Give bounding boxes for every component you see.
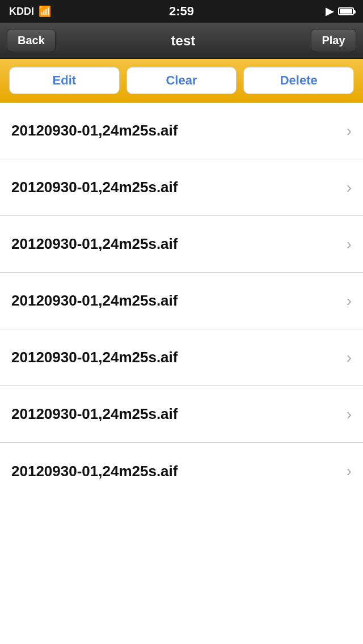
- chevron-right-icon: ›: [347, 235, 352, 253]
- toolbar: Edit Clear Delete: [0, 59, 363, 103]
- chevron-right-icon: ›: [347, 349, 352, 367]
- file-name-label: 20120930-01,24m25s.aif: [11, 122, 178, 139]
- list-item[interactable]: 20120930-01,24m25s.aif›: [0, 273, 363, 329]
- list-item[interactable]: 20120930-01,24m25s.aif›: [0, 386, 363, 443]
- status-bar: KDDI 📶 2:59 ▶: [0, 0, 363, 23]
- file-name-label: 20120930-01,24m25s.aif: [11, 292, 178, 310]
- status-left: KDDI 📶: [9, 5, 51, 18]
- edit-button[interactable]: Edit: [9, 67, 120, 94]
- file-name-label: 20120930-01,24m25s.aif: [11, 179, 178, 196]
- file-list: 20120930-01,24m25s.aif›20120930-01,24m25…: [0, 103, 363, 499]
- chevron-right-icon: ›: [347, 292, 352, 310]
- file-name-label: 20120930-01,24m25s.aif: [11, 463, 178, 480]
- nav-bar: Back test Play: [0, 23, 363, 59]
- wifi-icon: 📶: [39, 5, 51, 18]
- delete-button[interactable]: Delete: [243, 67, 354, 94]
- battery-icon: [338, 7, 354, 15]
- chevron-right-icon: ›: [347, 179, 352, 197]
- nav-title: test: [171, 33, 196, 49]
- status-right: ▶: [326, 5, 354, 18]
- play-button[interactable]: Play: [311, 29, 356, 52]
- list-item[interactable]: 20120930-01,24m25s.aif›: [0, 216, 363, 273]
- back-button[interactable]: Back: [7, 29, 56, 52]
- list-item[interactable]: 20120930-01,24m25s.aif›: [0, 329, 363, 386]
- file-name-label: 20120930-01,24m25s.aif: [11, 405, 178, 423]
- location-icon: ▶: [326, 5, 334, 18]
- chevron-right-icon: ›: [347, 122, 352, 140]
- file-name-label: 20120930-01,24m25s.aif: [11, 349, 178, 366]
- clear-button[interactable]: Clear: [126, 67, 237, 94]
- chevron-right-icon: ›: [347, 462, 352, 480]
- chevron-right-icon: ›: [347, 405, 352, 423]
- status-time: 2:59: [169, 4, 194, 19]
- list-item[interactable]: 20120930-01,24m25s.aif›: [0, 159, 363, 216]
- list-item[interactable]: 20120930-01,24m25s.aif›: [0, 443, 363, 499]
- list-item[interactable]: 20120930-01,24m25s.aif›: [0, 103, 363, 159]
- file-name-label: 20120930-01,24m25s.aif: [11, 235, 178, 253]
- carrier-label: KDDI: [9, 6, 34, 18]
